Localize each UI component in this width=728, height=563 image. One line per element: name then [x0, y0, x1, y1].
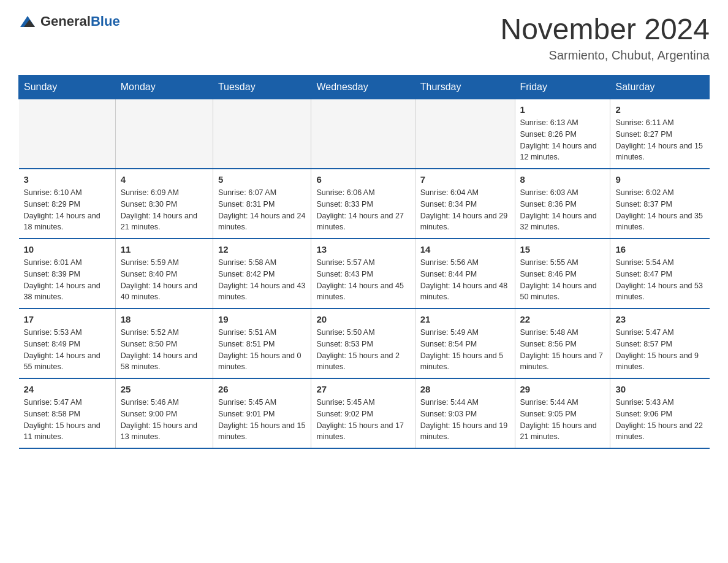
calendar-cell: 14Sunrise: 5:56 AMSunset: 8:44 PMDayligh… — [415, 239, 515, 308]
calendar-cell — [19, 99, 116, 169]
calendar-cell: 12Sunrise: 5:58 AMSunset: 8:42 PMDayligh… — [213, 239, 311, 308]
weekday-header-row: SundayMondayTuesdayWednesdayThursdayFrid… — [19, 75, 710, 99]
calendar-cell — [311, 99, 415, 169]
calendar-cell: 16Sunrise: 5:54 AMSunset: 8:47 PMDayligh… — [610, 239, 710, 308]
weekday-header-friday: Friday — [515, 75, 610, 99]
calendar-cell: 30Sunrise: 5:43 AMSunset: 9:06 PMDayligh… — [610, 378, 710, 448]
day-info: Sunrise: 5:54 AMSunset: 8:47 PMDaylight:… — [615, 257, 704, 303]
calendar-cell: 23Sunrise: 5:47 AMSunset: 8:57 PMDayligh… — [610, 308, 710, 378]
day-number: 5 — [218, 174, 306, 185]
day-info: Sunrise: 5:58 AMSunset: 8:42 PMDaylight:… — [218, 257, 306, 303]
weekday-header-tuesday: Tuesday — [213, 75, 311, 99]
day-number: 9 — [615, 174, 704, 185]
calendar-cell: 17Sunrise: 5:53 AMSunset: 8:49 PMDayligh… — [19, 308, 116, 378]
day-number: 12 — [218, 244, 306, 255]
weekday-header-thursday: Thursday — [415, 75, 515, 99]
weekday-header-saturday: Saturday — [610, 75, 710, 99]
day-number: 24 — [24, 384, 110, 394]
day-number: 18 — [121, 314, 208, 324]
calendar-cell: 18Sunrise: 5:52 AMSunset: 8:50 PMDayligh… — [115, 308, 213, 378]
calendar-cell: 19Sunrise: 5:51 AMSunset: 8:51 PMDayligh… — [213, 308, 311, 378]
day-number: 7 — [420, 174, 510, 185]
calendar-cell — [415, 99, 515, 169]
day-number: 16 — [615, 244, 704, 255]
page-header: GeneralBlue November 2024 Sarmiento, Chu… — [18, 12, 710, 63]
day-number: 22 — [520, 314, 605, 324]
calendar-cell: 13Sunrise: 5:57 AMSunset: 8:43 PMDayligh… — [311, 239, 415, 308]
day-info: Sunrise: 6:01 AMSunset: 8:39 PMDaylight:… — [24, 257, 110, 303]
day-info: Sunrise: 6:13 AMSunset: 8:26 PMDaylight:… — [520, 117, 605, 163]
day-info: Sunrise: 5:45 AMSunset: 9:02 PMDaylight:… — [316, 397, 409, 443]
day-number: 2 — [615, 104, 704, 115]
calendar-cell: 5Sunrise: 6:07 AMSunset: 8:31 PMDaylight… — [213, 169, 311, 239]
calendar-cell: 15Sunrise: 5:55 AMSunset: 8:46 PMDayligh… — [515, 239, 610, 308]
calendar-cell: 9Sunrise: 6:02 AMSunset: 8:37 PMDaylight… — [610, 169, 710, 239]
day-number: 13 — [316, 244, 409, 255]
day-info: Sunrise: 5:50 AMSunset: 8:53 PMDaylight:… — [316, 327, 409, 373]
day-number: 17 — [24, 314, 110, 324]
day-info: Sunrise: 5:49 AMSunset: 8:54 PMDaylight:… — [420, 327, 510, 373]
calendar-week-row: 17Sunrise: 5:53 AMSunset: 8:49 PMDayligh… — [19, 308, 710, 378]
logo-blue-text: Blue — [91, 13, 120, 29]
day-number: 30 — [615, 384, 704, 394]
calendar-week-row: 1Sunrise: 6:13 AMSunset: 8:26 PMDaylight… — [19, 99, 710, 169]
logo: GeneralBlue — [18, 12, 120, 31]
day-number: 25 — [121, 384, 208, 394]
month-title: November 2024 — [500, 12, 710, 46]
day-info: Sunrise: 5:43 AMSunset: 9:06 PMDaylight:… — [615, 397, 704, 443]
weekday-header-sunday: Sunday — [19, 75, 116, 99]
calendar-cell — [115, 99, 213, 169]
day-info: Sunrise: 5:55 AMSunset: 8:46 PMDaylight:… — [520, 257, 605, 303]
calendar-cell: 7Sunrise: 6:04 AMSunset: 8:34 PMDaylight… — [415, 169, 515, 239]
day-number: 20 — [316, 314, 409, 324]
calendar-table: SundayMondayTuesdayWednesdayThursdayFrid… — [18, 75, 710, 449]
title-area: November 2024 Sarmiento, Chubut, Argenti… — [500, 12, 710, 63]
location-text: Sarmiento, Chubut, Argentina — [500, 48, 710, 63]
day-info: Sunrise: 5:57 AMSunset: 8:43 PMDaylight:… — [316, 257, 409, 303]
day-number: 14 — [420, 244, 510, 255]
calendar-cell: 25Sunrise: 5:46 AMSunset: 9:00 PMDayligh… — [115, 378, 213, 448]
day-info: Sunrise: 6:11 AMSunset: 8:27 PMDaylight:… — [615, 117, 704, 163]
calendar-cell: 27Sunrise: 5:45 AMSunset: 9:02 PMDayligh… — [311, 378, 415, 448]
calendar-cell: 11Sunrise: 5:59 AMSunset: 8:40 PMDayligh… — [115, 239, 213, 308]
day-info: Sunrise: 5:48 AMSunset: 8:56 PMDaylight:… — [520, 327, 605, 373]
day-number: 23 — [615, 314, 704, 324]
calendar-cell: 6Sunrise: 6:06 AMSunset: 8:33 PMDaylight… — [311, 169, 415, 239]
day-number: 4 — [121, 174, 208, 185]
calendar-header: SundayMondayTuesdayWednesdayThursdayFrid… — [19, 75, 710, 99]
day-info: Sunrise: 5:44 AMSunset: 9:03 PMDaylight:… — [420, 397, 510, 443]
day-number: 11 — [121, 244, 208, 255]
day-info: Sunrise: 6:07 AMSunset: 8:31 PMDaylight:… — [218, 187, 306, 233]
calendar-cell: 28Sunrise: 5:44 AMSunset: 9:03 PMDayligh… — [415, 378, 515, 448]
day-number: 10 — [24, 244, 110, 255]
day-number: 15 — [520, 244, 605, 255]
calendar-cell: 26Sunrise: 5:45 AMSunset: 9:01 PMDayligh… — [213, 378, 311, 448]
calendar-cell: 21Sunrise: 5:49 AMSunset: 8:54 PMDayligh… — [415, 308, 515, 378]
day-info: Sunrise: 6:06 AMSunset: 8:33 PMDaylight:… — [316, 187, 409, 233]
weekday-header-wednesday: Wednesday — [311, 75, 415, 99]
calendar-cell: 29Sunrise: 5:44 AMSunset: 9:05 PMDayligh… — [515, 378, 610, 448]
day-info: Sunrise: 5:45 AMSunset: 9:01 PMDaylight:… — [218, 397, 306, 443]
day-info: Sunrise: 5:56 AMSunset: 8:44 PMDaylight:… — [420, 257, 510, 303]
calendar-week-row: 3Sunrise: 6:10 AMSunset: 8:29 PMDaylight… — [19, 169, 710, 239]
day-info: Sunrise: 5:47 AMSunset: 8:57 PMDaylight:… — [615, 327, 704, 373]
calendar-cell: 10Sunrise: 6:01 AMSunset: 8:39 PMDayligh… — [19, 239, 116, 308]
calendar-cell: 20Sunrise: 5:50 AMSunset: 8:53 PMDayligh… — [311, 308, 415, 378]
logo-icon — [18, 12, 37, 31]
calendar-cell: 4Sunrise: 6:09 AMSunset: 8:30 PMDaylight… — [115, 169, 213, 239]
calendar-cell: 24Sunrise: 5:47 AMSunset: 8:58 PMDayligh… — [19, 378, 116, 448]
day-number: 3 — [24, 174, 110, 185]
day-info: Sunrise: 5:46 AMSunset: 9:00 PMDaylight:… — [121, 397, 208, 443]
day-number: 8 — [520, 174, 605, 185]
calendar-week-row: 10Sunrise: 6:01 AMSunset: 8:39 PMDayligh… — [19, 239, 710, 308]
day-info: Sunrise: 5:44 AMSunset: 9:05 PMDaylight:… — [520, 397, 605, 443]
calendar-cell — [213, 99, 311, 169]
calendar-body: 1Sunrise: 6:13 AMSunset: 8:26 PMDaylight… — [19, 99, 710, 449]
day-info: Sunrise: 6:04 AMSunset: 8:34 PMDaylight:… — [420, 187, 510, 233]
day-number: 6 — [316, 174, 409, 185]
day-info: Sunrise: 5:53 AMSunset: 8:49 PMDaylight:… — [24, 327, 110, 373]
day-info: Sunrise: 5:52 AMSunset: 8:50 PMDaylight:… — [121, 327, 208, 373]
day-info: Sunrise: 6:10 AMSunset: 8:29 PMDaylight:… — [24, 187, 110, 233]
day-number: 26 — [218, 384, 306, 394]
day-info: Sunrise: 5:59 AMSunset: 8:40 PMDaylight:… — [121, 257, 208, 303]
